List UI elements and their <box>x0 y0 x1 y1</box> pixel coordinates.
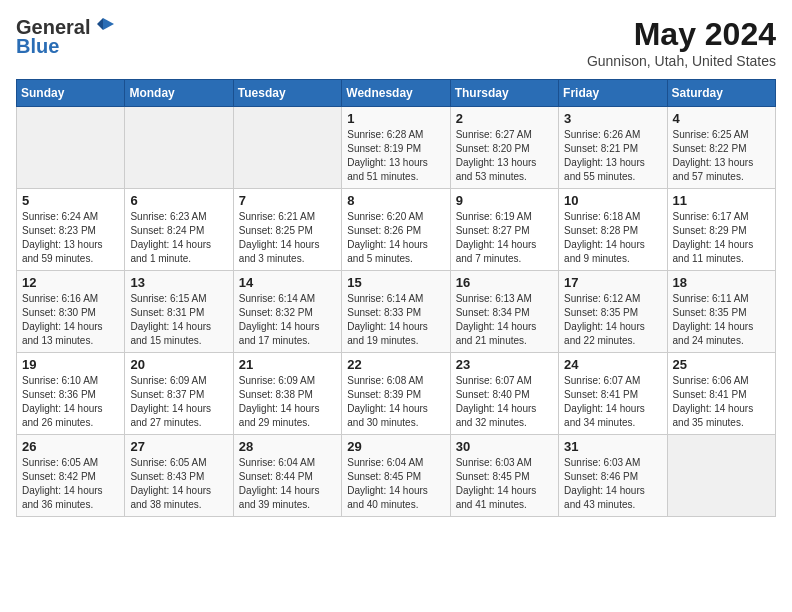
day-number-16: 16 <box>456 275 553 290</box>
day-number-4: 4 <box>673 111 770 126</box>
header-tuesday: Tuesday <box>233 80 341 107</box>
day-info-12: Sunrise: 6:16 AMSunset: 8:30 PMDaylight:… <box>22 292 119 348</box>
day-info-24: Sunrise: 6:07 AMSunset: 8:41 PMDaylight:… <box>564 374 661 430</box>
day-number-27: 27 <box>130 439 227 454</box>
day-number-8: 8 <box>347 193 444 208</box>
calendar-cell-w3-d2: 21Sunrise: 6:09 AMSunset: 8:38 PMDayligh… <box>233 353 341 435</box>
calendar-cell-w0-d1 <box>125 107 233 189</box>
calendar-cell-w2-d4: 16Sunrise: 6:13 AMSunset: 8:34 PMDayligh… <box>450 271 558 353</box>
header-thursday: Thursday <box>450 80 558 107</box>
day-info-19: Sunrise: 6:10 AMSunset: 8:36 PMDaylight:… <box>22 374 119 430</box>
logo-blue-text: Blue <box>16 35 59 58</box>
day-info-31: Sunrise: 6:03 AMSunset: 8:46 PMDaylight:… <box>564 456 661 512</box>
day-number-7: 7 <box>239 193 336 208</box>
day-number-5: 5 <box>22 193 119 208</box>
calendar-cell-w4-d2: 28Sunrise: 6:04 AMSunset: 8:44 PMDayligh… <box>233 435 341 517</box>
calendar-cell-w4-d4: 30Sunrise: 6:03 AMSunset: 8:45 PMDayligh… <box>450 435 558 517</box>
day-info-7: Sunrise: 6:21 AMSunset: 8:25 PMDaylight:… <box>239 210 336 266</box>
calendar-body: 1Sunrise: 6:28 AMSunset: 8:19 PMDaylight… <box>17 107 776 517</box>
week-row-4: 26Sunrise: 6:05 AMSunset: 8:42 PMDayligh… <box>17 435 776 517</box>
header-saturday: Saturday <box>667 80 775 107</box>
day-number-25: 25 <box>673 357 770 372</box>
calendar-cell-w2-d2: 14Sunrise: 6:14 AMSunset: 8:32 PMDayligh… <box>233 271 341 353</box>
day-info-29: Sunrise: 6:04 AMSunset: 8:45 PMDaylight:… <box>347 456 444 512</box>
svg-marker-1 <box>97 18 103 30</box>
day-info-30: Sunrise: 6:03 AMSunset: 8:45 PMDaylight:… <box>456 456 553 512</box>
calendar-cell-w3-d1: 20Sunrise: 6:09 AMSunset: 8:37 PMDayligh… <box>125 353 233 435</box>
day-info-21: Sunrise: 6:09 AMSunset: 8:38 PMDaylight:… <box>239 374 336 430</box>
calendar-cell-w0-d6: 4Sunrise: 6:25 AMSunset: 8:22 PMDaylight… <box>667 107 775 189</box>
day-info-18: Sunrise: 6:11 AMSunset: 8:35 PMDaylight:… <box>673 292 770 348</box>
calendar-cell-w1-d3: 8Sunrise: 6:20 AMSunset: 8:26 PMDaylight… <box>342 189 450 271</box>
day-number-21: 21 <box>239 357 336 372</box>
calendar-cell-w2-d5: 17Sunrise: 6:12 AMSunset: 8:35 PMDayligh… <box>559 271 667 353</box>
day-info-14: Sunrise: 6:14 AMSunset: 8:32 PMDaylight:… <box>239 292 336 348</box>
day-number-28: 28 <box>239 439 336 454</box>
calendar-cell-w1-d2: 7Sunrise: 6:21 AMSunset: 8:25 PMDaylight… <box>233 189 341 271</box>
day-info-13: Sunrise: 6:15 AMSunset: 8:31 PMDaylight:… <box>130 292 227 348</box>
calendar-cell-w1-d0: 5Sunrise: 6:24 AMSunset: 8:23 PMDaylight… <box>17 189 125 271</box>
month-year-title: May 2024 <box>587 16 776 53</box>
day-number-23: 23 <box>456 357 553 372</box>
day-number-24: 24 <box>564 357 661 372</box>
day-info-27: Sunrise: 6:05 AMSunset: 8:43 PMDaylight:… <box>130 456 227 512</box>
week-row-2: 12Sunrise: 6:16 AMSunset: 8:30 PMDayligh… <box>17 271 776 353</box>
calendar-cell-w4-d0: 26Sunrise: 6:05 AMSunset: 8:42 PMDayligh… <box>17 435 125 517</box>
day-info-8: Sunrise: 6:20 AMSunset: 8:26 PMDaylight:… <box>347 210 444 266</box>
calendar-cell-w3-d5: 24Sunrise: 6:07 AMSunset: 8:41 PMDayligh… <box>559 353 667 435</box>
day-number-31: 31 <box>564 439 661 454</box>
calendar-cell-w1-d6: 11Sunrise: 6:17 AMSunset: 8:29 PMDayligh… <box>667 189 775 271</box>
calendar-cell-w0-d5: 3Sunrise: 6:26 AMSunset: 8:21 PMDaylight… <box>559 107 667 189</box>
day-number-14: 14 <box>239 275 336 290</box>
day-info-26: Sunrise: 6:05 AMSunset: 8:42 PMDaylight:… <box>22 456 119 512</box>
calendar-cell-w1-d5: 10Sunrise: 6:18 AMSunset: 8:28 PMDayligh… <box>559 189 667 271</box>
day-number-2: 2 <box>456 111 553 126</box>
calendar-cell-w3-d3: 22Sunrise: 6:08 AMSunset: 8:39 PMDayligh… <box>342 353 450 435</box>
calendar-cell-w3-d6: 25Sunrise: 6:06 AMSunset: 8:41 PMDayligh… <box>667 353 775 435</box>
day-info-4: Sunrise: 6:25 AMSunset: 8:22 PMDaylight:… <box>673 128 770 184</box>
day-number-13: 13 <box>130 275 227 290</box>
day-info-20: Sunrise: 6:09 AMSunset: 8:37 PMDaylight:… <box>130 374 227 430</box>
calendar-cell-w4-d1: 27Sunrise: 6:05 AMSunset: 8:43 PMDayligh… <box>125 435 233 517</box>
day-info-15: Sunrise: 6:14 AMSunset: 8:33 PMDaylight:… <box>347 292 444 348</box>
week-row-0: 1Sunrise: 6:28 AMSunset: 8:19 PMDaylight… <box>17 107 776 189</box>
week-row-3: 19Sunrise: 6:10 AMSunset: 8:36 PMDayligh… <box>17 353 776 435</box>
day-number-20: 20 <box>130 357 227 372</box>
calendar-cell-w4-d6 <box>667 435 775 517</box>
day-number-12: 12 <box>22 275 119 290</box>
day-info-23: Sunrise: 6:07 AMSunset: 8:40 PMDaylight:… <box>456 374 553 430</box>
header-monday: Monday <box>125 80 233 107</box>
day-info-6: Sunrise: 6:23 AMSunset: 8:24 PMDaylight:… <box>130 210 227 266</box>
calendar-table: Sunday Monday Tuesday Wednesday Thursday… <box>16 79 776 517</box>
week-row-1: 5Sunrise: 6:24 AMSunset: 8:23 PMDaylight… <box>17 189 776 271</box>
calendar-cell-w0-d2 <box>233 107 341 189</box>
day-number-3: 3 <box>564 111 661 126</box>
day-info-22: Sunrise: 6:08 AMSunset: 8:39 PMDaylight:… <box>347 374 444 430</box>
calendar-cell-w3-d0: 19Sunrise: 6:10 AMSunset: 8:36 PMDayligh… <box>17 353 125 435</box>
day-info-1: Sunrise: 6:28 AMSunset: 8:19 PMDaylight:… <box>347 128 444 184</box>
location-text: Gunnison, Utah, United States <box>587 53 776 69</box>
day-number-26: 26 <box>22 439 119 454</box>
weekday-header-row: Sunday Monday Tuesday Wednesday Thursday… <box>17 80 776 107</box>
header-sunday: Sunday <box>17 80 125 107</box>
day-info-2: Sunrise: 6:27 AMSunset: 8:20 PMDaylight:… <box>456 128 553 184</box>
calendar-cell-w2-d0: 12Sunrise: 6:16 AMSunset: 8:30 PMDayligh… <box>17 271 125 353</box>
day-info-28: Sunrise: 6:04 AMSunset: 8:44 PMDaylight:… <box>239 456 336 512</box>
calendar-cell-w4-d3: 29Sunrise: 6:04 AMSunset: 8:45 PMDayligh… <box>342 435 450 517</box>
logo: General Blue <box>16 16 114 58</box>
day-number-6: 6 <box>130 193 227 208</box>
calendar-cell-w2-d3: 15Sunrise: 6:14 AMSunset: 8:33 PMDayligh… <box>342 271 450 353</box>
day-number-29: 29 <box>347 439 444 454</box>
header-friday: Friday <box>559 80 667 107</box>
day-info-9: Sunrise: 6:19 AMSunset: 8:27 PMDaylight:… <box>456 210 553 266</box>
calendar-cell-w2-d6: 18Sunrise: 6:11 AMSunset: 8:35 PMDayligh… <box>667 271 775 353</box>
day-number-18: 18 <box>673 275 770 290</box>
day-info-17: Sunrise: 6:12 AMSunset: 8:35 PMDaylight:… <box>564 292 661 348</box>
svg-marker-0 <box>103 18 114 30</box>
day-info-3: Sunrise: 6:26 AMSunset: 8:21 PMDaylight:… <box>564 128 661 184</box>
day-number-9: 9 <box>456 193 553 208</box>
calendar-cell-w2-d1: 13Sunrise: 6:15 AMSunset: 8:31 PMDayligh… <box>125 271 233 353</box>
day-number-15: 15 <box>347 275 444 290</box>
page: General Blue May 2024 Gunnison, Utah, Un… <box>0 0 792 533</box>
logo-flag-icon <box>92 16 114 38</box>
